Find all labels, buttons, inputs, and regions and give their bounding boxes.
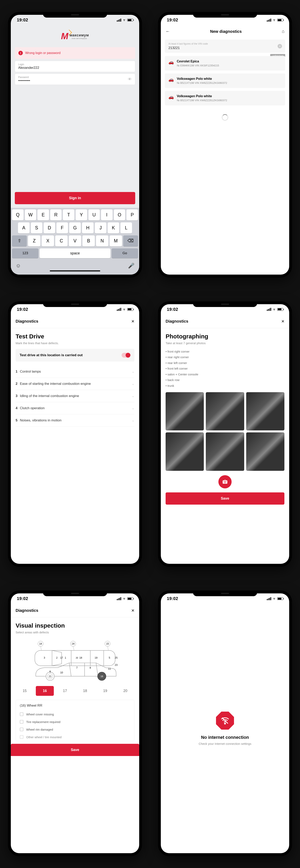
- clock: 19:02: [17, 596, 28, 601]
- key[interactable]: Z: [28, 236, 40, 246]
- svg-line-34: [40, 646, 41, 650]
- photo-thumb[interactable]: [246, 432, 284, 471]
- key[interactable]: B: [82, 236, 95, 246]
- keyboard[interactable]: Q W E R T Y U I O P A S D: [11, 208, 139, 275]
- zone-number[interactable]: 20: [116, 686, 134, 696]
- car-card[interactable]: 🚗 Cevrolet Epica № E994KK198 VIN XKSIF12…: [165, 56, 285, 71]
- photo-thumb[interactable]: [166, 432, 204, 471]
- vin-search-input[interactable]: At least 4 last figures of the VIN code …: [165, 40, 285, 53]
- close-icon[interactable]: ×: [131, 318, 134, 324]
- key[interactable]: T: [63, 209, 74, 220]
- key[interactable]: O: [114, 209, 125, 220]
- key[interactable]: A: [18, 222, 30, 234]
- car-card[interactable]: 🚗 Volkswagen Polo white № B521XT198 VIN …: [165, 73, 285, 88]
- key[interactable]: D: [43, 222, 55, 234]
- clear-icon[interactable]: ×: [278, 44, 282, 49]
- toggle-switch[interactable]: [122, 353, 130, 358]
- back-icon[interactable]: ←: [166, 29, 170, 34]
- shift-key[interactable]: ⇧: [12, 236, 27, 246]
- close-icon[interactable]: ×: [281, 318, 284, 324]
- battery-icon: [127, 308, 133, 311]
- key[interactable]: R: [50, 209, 62, 220]
- mic-icon[interactable]: 🎤: [128, 262, 134, 269]
- toggle-row[interactable]: Test drive at this location is carried o…: [16, 349, 134, 362]
- space-key[interactable]: space: [39, 248, 110, 258]
- key[interactable]: Y: [76, 209, 87, 220]
- key[interactable]: E: [37, 209, 49, 220]
- check-row[interactable]: Other wheel / tire mounted: [20, 733, 130, 741]
- home-indicator[interactable]: [50, 270, 100, 271]
- go-key[interactable]: Go: [112, 248, 138, 258]
- checkbox[interactable]: [20, 735, 23, 739]
- key[interactable]: M: [110, 236, 122, 246]
- key[interactable]: X: [41, 236, 54, 246]
- key[interactable]: N: [96, 236, 109, 246]
- page-title: New diagnostics: [210, 29, 242, 34]
- list-item[interactable]: 2Ease of starting the internal combustio…: [16, 378, 134, 390]
- camera-button[interactable]: [218, 475, 232, 488]
- key[interactable]: P: [126, 209, 138, 220]
- key[interactable]: H: [82, 222, 94, 234]
- photo-thumb[interactable]: [206, 432, 244, 471]
- notch: [193, 591, 257, 596]
- car-diagram[interactable]: 14 24 15 3 2 1 5 25 17 18 19 11: [16, 638, 134, 682]
- key[interactable]: U: [88, 209, 100, 220]
- svg-point-37: [224, 723, 226, 724]
- check-row[interactable]: Wheel rim damaged: [20, 725, 130, 733]
- key[interactable]: S: [31, 222, 42, 234]
- 123-key[interactable]: 123: [12, 248, 38, 258]
- svg-text:16: 16: [100, 675, 103, 678]
- error-subtitle: Check your Internet connection settings: [199, 742, 251, 745]
- check-row[interactable]: Tire replacement required: [20, 718, 130, 725]
- photo-thumb[interactable]: [206, 392, 244, 430]
- alert-icon: !: [19, 51, 23, 55]
- password-field[interactable]: Password •••••••••• 👁: [15, 73, 135, 85]
- save-button[interactable]: Save: [166, 492, 284, 505]
- zone-number[interactable]: 17: [56, 686, 74, 696]
- phone-no-internet: 19:02 No internet connection Check your …: [158, 591, 292, 856]
- signin-button[interactable]: Sign in: [15, 192, 135, 204]
- checkbox[interactable]: [20, 727, 23, 731]
- emoji-icon[interactable]: ☺: [16, 262, 21, 269]
- login-value: Alexander222: [18, 66, 132, 70]
- photo-thumb[interactable]: [246, 392, 284, 430]
- key[interactable]: C: [55, 236, 68, 246]
- list-item[interactable]: 3Idling of the internal combustion engin…: [16, 390, 134, 402]
- home-icon[interactable]: ⌂: [282, 29, 284, 34]
- zone-number-active[interactable]: 16: [36, 686, 54, 696]
- key[interactable]: W: [25, 209, 36, 220]
- key[interactable]: L: [120, 222, 132, 234]
- loading-spinner: [222, 114, 228, 121]
- key[interactable]: J: [95, 222, 107, 234]
- eye-icon[interactable]: 👁: [128, 77, 132, 82]
- key[interactable]: K: [108, 222, 119, 234]
- car-card[interactable]: 🚗 Volkswagen Polo white № B521XT198 VIN …: [165, 91, 285, 105]
- checkbox[interactable]: [20, 712, 23, 716]
- svg-text:20: 20: [76, 657, 78, 659]
- list-item[interactable]: 4Clutch operation⌄: [16, 402, 134, 414]
- wifi-icon: [122, 308, 126, 311]
- list-item[interactable]: 1Control lamps⌄: [16, 366, 134, 378]
- error-icon: [216, 712, 234, 730]
- svg-text:24: 24: [72, 643, 74, 645]
- key[interactable]: G: [69, 222, 81, 234]
- save-button[interactable]: Save: [11, 744, 139, 756]
- photo-thumb[interactable]: [166, 392, 204, 430]
- svg-text:18: 18: [80, 656, 82, 659]
- car-detail: № E994KK198 VIN XKSIF12354215: [177, 64, 219, 67]
- backspace-key[interactable]: ⌫: [123, 236, 138, 246]
- key[interactable]: F: [56, 222, 68, 234]
- checkbox[interactable]: [20, 720, 23, 723]
- login-field[interactable]: Login Alexander222: [15, 61, 135, 72]
- vin-value: 213221: [169, 46, 281, 50]
- key[interactable]: Q: [12, 209, 24, 220]
- wifi-icon: [122, 19, 126, 22]
- key[interactable]: I: [101, 209, 113, 220]
- zone-number[interactable]: 15: [16, 686, 34, 696]
- zone-number[interactable]: 18: [76, 686, 94, 696]
- zone-number[interactable]: 19: [96, 686, 114, 696]
- check-row[interactable]: Wheel cover missing: [20, 710, 130, 718]
- key[interactable]: V: [69, 236, 81, 246]
- close-icon[interactable]: ×: [131, 608, 134, 614]
- list-item[interactable]: 5Noises, vibrations in motion⌄: [16, 414, 134, 427]
